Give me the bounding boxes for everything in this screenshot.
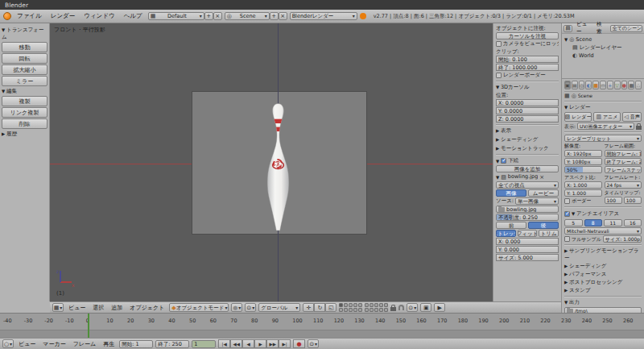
tab-constraints[interactable]: ▭ bbox=[600, 81, 606, 89]
border-checkbox[interactable] bbox=[564, 198, 570, 204]
layer-dot[interactable] bbox=[384, 308, 388, 312]
timeline-ruler[interactable]: -40-30-20-100102030405060708090100110120… bbox=[0, 314, 644, 330]
menu-window[interactable]: ウィンドウ bbox=[80, 12, 118, 20]
layer-dot[interactable] bbox=[353, 308, 357, 312]
transform-orientation-select[interactable]: グローバル bbox=[258, 303, 300, 312]
tab-scene[interactable]: ◎ bbox=[579, 81, 585, 89]
layer-dot[interactable] bbox=[369, 308, 374, 312]
mode-select[interactable]: ◆ オブジェクトモード bbox=[169, 303, 229, 312]
layer-dot[interactable] bbox=[379, 308, 383, 312]
remap-old-field[interactable]: 100 bbox=[605, 197, 622, 204]
previous-keyframe-button[interactable] bbox=[230, 339, 242, 348]
panel-postprocessing-header[interactable]: ポストプロセッシング bbox=[564, 279, 642, 286]
panel-performance-header[interactable]: パフォーマンス bbox=[564, 271, 642, 278]
outliner-item-render-layers[interactable]: レンダーレイヤー bbox=[572, 44, 642, 52]
layer-dot[interactable] bbox=[374, 303, 378, 307]
3d-cursor[interactable] bbox=[273, 159, 283, 168]
jump-to-end-button[interactable] bbox=[279, 339, 291, 348]
menu-view[interactable]: ビュー bbox=[66, 304, 88, 312]
panel-transform-header[interactable]: トランスフォーム bbox=[2, 27, 47, 41]
render-still-button[interactable]: レンダー bbox=[564, 112, 592, 122]
editor-type-select[interactable] bbox=[2, 339, 14, 348]
panel-3d-cursor-header[interactable]: 3Dカーソル bbox=[496, 84, 559, 91]
output-path-field[interactable]: /tmp\ bbox=[564, 307, 642, 313]
menu-search[interactable]: 検索 bbox=[595, 21, 608, 35]
play-button[interactable] bbox=[254, 339, 266, 348]
panel-shading-header[interactable]: シェーディング bbox=[496, 136, 559, 143]
aa-samples-16[interactable]: 16 bbox=[624, 219, 642, 226]
pivot-point-select[interactable] bbox=[245, 303, 256, 312]
rotate-manipulator-icon[interactable]: ↻ bbox=[314, 303, 325, 312]
menu-file[interactable]: ファイル bbox=[14, 12, 45, 20]
layer-dot[interactable] bbox=[358, 303, 362, 307]
draw-front-toggle[interactable]: 前 bbox=[496, 222, 526, 229]
tab-modifiers[interactable]: + bbox=[607, 81, 613, 89]
clip-end-field[interactable]: 終了: 1000.000 bbox=[496, 64, 559, 71]
delete-scene-button[interactable] bbox=[279, 12, 287, 20]
offset-x-field[interactable]: X: 0.000 bbox=[496, 238, 559, 245]
tab-render-layers[interactable]: ▤ bbox=[572, 81, 578, 89]
editor-type-select[interactable] bbox=[52, 303, 64, 312]
outliner-display-select[interactable]: 全てのシーン bbox=[610, 25, 642, 32]
render-animation-button[interactable]: アニメ bbox=[593, 112, 621, 122]
aa-size-field[interactable]: サイズ: 1.000px bbox=[603, 235, 642, 243]
panel-render-header[interactable]: レンダー bbox=[564, 104, 642, 111]
resolution-y-field[interactable]: Y: 1080px bbox=[564, 158, 602, 165]
jump-to-start-button[interactable] bbox=[218, 339, 230, 348]
background-image-name[interactable]: bowling.jpg bbox=[508, 173, 538, 181]
add-layout-button[interactable] bbox=[204, 12, 213, 20]
delete-layout-button[interactable] bbox=[213, 12, 222, 20]
translate-manipulator-icon[interactable]: ✛ bbox=[303, 303, 314, 312]
tab-object-data[interactable]: ▽ bbox=[614, 81, 621, 89]
duplicate-button[interactable]: 複製 bbox=[2, 96, 47, 106]
menu-object[interactable]: オブジェクト bbox=[127, 304, 167, 312]
panel-shading-header[interactable]: シェーディング bbox=[564, 263, 642, 270]
background-images-checkbox[interactable] bbox=[501, 158, 506, 164]
camera-to-view-checkbox[interactable] bbox=[496, 41, 502, 47]
scale-button[interactable]: 拡大縮小 bbox=[2, 64, 47, 75]
layer-dot[interactable] bbox=[358, 308, 362, 312]
render-audio-button[interactable]: 音声 bbox=[622, 112, 642, 122]
render-border-checkbox[interactable] bbox=[496, 73, 502, 78]
tab-object[interactable]: ■ bbox=[592, 81, 599, 89]
layer-dot[interactable] bbox=[349, 303, 353, 307]
scene-selector[interactable]: Scene bbox=[225, 12, 270, 20]
framerate-select[interactable]: 24 fps bbox=[605, 181, 642, 189]
screen-layout-selector[interactable]: Default bbox=[148, 12, 204, 20]
layer-dot[interactable] bbox=[344, 303, 348, 307]
add-scene-button[interactable] bbox=[270, 12, 279, 20]
opengl-render-anim-button[interactable]: ▶ bbox=[434, 303, 445, 312]
panel-motion-tracking-header[interactable]: モーショントラック bbox=[496, 145, 559, 152]
aspect-y-field[interactable]: Y: 1.000 bbox=[564, 189, 602, 197]
aa-samples-5[interactable]: 5 bbox=[564, 219, 583, 226]
layer-dot[interactable] bbox=[349, 308, 353, 312]
offset-y-field[interactable]: Y: 0.000 bbox=[496, 246, 559, 253]
frame-start-field[interactable]: 開始: 1 bbox=[119, 340, 153, 348]
add-image-button[interactable]: 画像を追加 bbox=[496, 165, 559, 172]
aspect-x-field[interactable]: X: 1.000 bbox=[564, 181, 602, 189]
layer-dot[interactable] bbox=[353, 303, 357, 307]
frame-end-field[interactable]: 終了: 250 bbox=[155, 340, 189, 348]
menu-frame[interactable]: フレーム bbox=[71, 340, 99, 348]
frame-step-field[interactable]: フレームステップ: 1 bbox=[605, 166, 642, 173]
image-file-field[interactable]: bowling.jpg bbox=[496, 206, 559, 213]
menu-view[interactable]: ビュー bbox=[16, 340, 38, 348]
blender-logo-icon[interactable] bbox=[3, 12, 11, 20]
cursor-z-field[interactable]: Z: 0.0000 bbox=[496, 115, 559, 123]
frame-stretch-toggle[interactable]: ストレッチ bbox=[496, 230, 516, 237]
frame-start-field[interactable]: 開始フレーム: 1 bbox=[605, 150, 642, 157]
aa-samples-11[interactable]: 11 bbox=[604, 219, 622, 226]
bg-size-field[interactable]: サイズ: 5.000 bbox=[496, 254, 559, 261]
layer-dot[interactable] bbox=[365, 308, 369, 312]
cursor-x-field[interactable]: X: 0.0000 bbox=[496, 99, 559, 106]
source-select[interactable]: 単一画像 bbox=[515, 197, 559, 205]
next-keyframe-button[interactable] bbox=[266, 339, 279, 348]
layer-buttons[interactable] bbox=[339, 303, 362, 312]
rotate-button[interactable]: 回転 bbox=[2, 53, 47, 64]
frame-crop-toggle[interactable]: トリム bbox=[539, 230, 559, 237]
layer-dot[interactable] bbox=[369, 303, 374, 307]
full-sample-checkbox[interactable] bbox=[564, 236, 570, 242]
panel-history-header[interactable]: 履歴 bbox=[2, 131, 47, 138]
layer-buttons-2[interactable] bbox=[365, 303, 388, 312]
tab-material[interactable]: ● bbox=[621, 81, 628, 89]
